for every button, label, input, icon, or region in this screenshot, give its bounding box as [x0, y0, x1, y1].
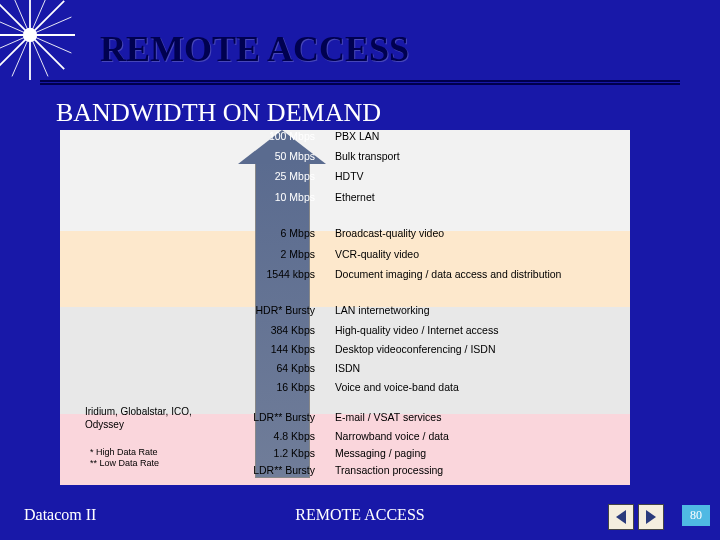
app-cell: Voice and voice-band data	[335, 381, 625, 393]
app-cell: Narrowband voice / data	[335, 430, 625, 442]
rate-cell: 10 Mbps	[185, 191, 315, 203]
rate-cell: HDR* Bursty	[185, 304, 315, 316]
app-cell: E-mail / VSAT services	[335, 411, 625, 423]
chevron-right-icon	[646, 510, 656, 524]
rate-cell: 144 Kbps	[185, 343, 315, 355]
rate-cell: 50 Mbps	[185, 150, 315, 162]
app-cell: High-quality video / Internet access	[335, 324, 625, 336]
rate-cell: 2 Mbps	[185, 248, 315, 260]
rate-cell: 384 Kbps	[185, 324, 315, 336]
app-cell: PBX LAN	[335, 130, 625, 142]
rate-cell: 25 Mbps	[185, 170, 315, 182]
next-button[interactable]	[638, 504, 664, 530]
app-cell: Bulk transport	[335, 150, 625, 162]
rate-cell: LDR** Bursty	[185, 411, 315, 423]
rate-cell: 6 Mbps	[185, 227, 315, 239]
app-cell: Desktop videoconferencing / ISDN	[335, 343, 625, 355]
page-number: 80	[682, 505, 710, 526]
title-divider	[40, 80, 680, 85]
app-cell: Ethernet	[335, 191, 625, 203]
slide-subtitle: BANDWIDTH ON DEMAND	[56, 98, 381, 128]
slide-title: REMOTE ACCESS	[100, 28, 409, 70]
starburst-icon	[0, 0, 75, 80]
footnote-ldr: ** Low Data Rate	[90, 458, 210, 469]
prev-button[interactable]	[608, 504, 634, 530]
rate-cell: 4.8 Kbps	[185, 430, 315, 442]
chevron-left-icon	[616, 510, 626, 524]
iridium-note: Iridium, Globalstar, ICO, Odyssey	[85, 405, 200, 431]
app-cell: Document imaging / data access and distr…	[335, 268, 625, 280]
svg-point-8	[23, 28, 37, 42]
app-cell: Transaction processing	[335, 464, 625, 476]
footnote-hdr: * High Data Rate	[90, 447, 210, 458]
nav-buttons	[608, 504, 664, 530]
rate-cell: 100 Mbps	[185, 130, 315, 142]
footnotes: * High Data Rate ** Low Data Rate	[90, 447, 210, 470]
rate-cell: 64 Kpbs	[185, 362, 315, 374]
app-cell: Broadcast-quality video	[335, 227, 625, 239]
rate-cell: 1544 kbps	[185, 268, 315, 280]
rate-cell: 16 Kbps	[185, 381, 315, 393]
app-cell: VCR-quality video	[335, 248, 625, 260]
app-cell: Messaging / paging	[335, 447, 625, 459]
app-cell: LAN internetworking	[335, 304, 625, 316]
bandwidth-chart: 100 MbpsPBX LAN50 MbpsBulk transport25 M…	[60, 130, 630, 485]
app-cell: ISDN	[335, 362, 625, 374]
app-cell: HDTV	[335, 170, 625, 182]
